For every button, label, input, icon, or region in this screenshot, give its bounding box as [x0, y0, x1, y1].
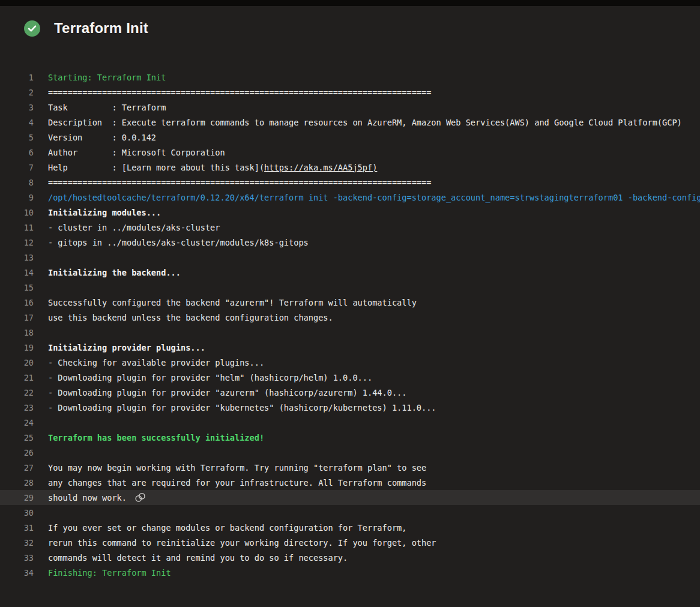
line-text: /opt/hostedtoolcache/terraform/0.12.20/x… — [48, 193, 700, 202]
log-line: 10Initializing modules... — [0, 205, 700, 220]
line-number[interactable]: 31 — [0, 523, 34, 533]
log-line: 22- Downloading plugin for provider "azu… — [0, 385, 700, 400]
line-text: Task : Terraform — [48, 103, 166, 112]
line-text-segment: use this backend unless the backend conf… — [48, 313, 333, 322]
log-line: 24 — [0, 415, 700, 430]
line-number[interactable]: 22 — [0, 388, 34, 397]
line-text: should now work. — [48, 493, 127, 503]
line-number[interactable]: 8 — [0, 178, 34, 187]
log-line: 34Finishing: Terraform Init — [0, 565, 700, 580]
log-line: 31If you ever set or change modules or b… — [0, 520, 700, 535]
line-number[interactable]: 12 — [0, 238, 34, 247]
line-text: - Downloading plugin for provider "helm"… — [48, 373, 372, 382]
line-text-segment: any changes that are required for your i… — [48, 478, 426, 488]
link-chain-icon[interactable] — [134, 492, 146, 503]
line-text: Version : 0.0.142 — [48, 133, 156, 142]
top-strip — [0, 0, 700, 6]
line-number[interactable]: 23 — [0, 403, 34, 412]
line-number[interactable]: 11 — [0, 223, 34, 232]
line-text-segment: Terraform has been successfully initiali… — [48, 433, 264, 442]
log-line: 6Author : Microsoft Corporation — [0, 145, 700, 160]
log-line: 29should now work. — [0, 490, 700, 505]
line-text-segment: Initializing provider plugins... — [48, 343, 205, 352]
line-number[interactable]: 6 — [0, 148, 34, 157]
line-text: ========================================… — [48, 178, 431, 187]
line-text-segment: commands will detect it and remind you t… — [48, 553, 348, 563]
line-number[interactable]: 14 — [0, 268, 34, 277]
line-text-segment: - gitops in ../modules/aks-cluster/modul… — [48, 238, 309, 247]
task-header: Terraform Init — [24, 20, 148, 37]
log-line: 20- Checking for available provider plug… — [0, 355, 700, 370]
line-number[interactable]: 3 — [0, 103, 34, 112]
task-title: Terraform Init — [54, 20, 148, 37]
line-number[interactable]: 32 — [0, 538, 34, 548]
line-text-segment: Starting: Terraform Init — [48, 73, 166, 82]
log-line: 15 — [0, 280, 700, 295]
log-line: 33commands will detect it and remind you… — [0, 550, 700, 565]
line-text: - gitops in ../modules/aks-cluster/modul… — [48, 238, 309, 247]
log-line: 18 — [0, 325, 700, 340]
log-line: 3Task : Terraform — [0, 100, 700, 115]
line-number[interactable]: 1 — [0, 73, 34, 82]
line-number[interactable]: 9 — [0, 193, 34, 202]
line-text-segment: - Checking for available provider plugin… — [48, 358, 264, 367]
line-number[interactable]: 7 — [0, 163, 34, 172]
line-text-segment: Description : Execute terraform commands… — [48, 118, 682, 127]
line-text-segment: - Downloading plugin for provider "helm"… — [48, 373, 372, 382]
line-text: You may now begin working with Terraform… — [48, 463, 426, 473]
line-text-segment: If you ever set or change modules or bac… — [48, 523, 406, 533]
line-text: rerun this command to reinitialize your … — [48, 538, 436, 548]
line-number[interactable]: 26 — [0, 448, 34, 458]
log-line: 25Terraform has been successfully initia… — [0, 430, 700, 445]
line-text-segment: Successfully configured the backend "azu… — [48, 298, 417, 307]
log-line: 4Description : Execute terraform command… — [0, 115, 700, 130]
line-text: Initializing the backend... — [48, 268, 181, 277]
log-line: 26 — [0, 445, 700, 460]
line-number[interactable]: 17 — [0, 313, 34, 322]
log-line: 28any changes that are required for your… — [0, 475, 700, 490]
line-text: Terraform has been successfully initiali… — [48, 433, 264, 442]
line-text-segment: /opt/hostedtoolcache/terraform/0.12.20/x… — [48, 193, 700, 202]
line-text-segment: - Downloading plugin for provider "kuber… — [48, 403, 436, 412]
line-text: Finishing: Terraform Init — [48, 568, 171, 578]
line-number[interactable]: 30 — [0, 508, 34, 518]
log-line: 27You may now begin working with Terrafo… — [0, 460, 700, 475]
line-number[interactable]: 13 — [0, 253, 34, 262]
log-line: 17use this backend unless the backend co… — [0, 310, 700, 325]
line-text: Description : Execute terraform commands… — [48, 118, 682, 127]
line-number[interactable]: 27 — [0, 463, 34, 473]
line-number[interactable]: 2 — [0, 88, 34, 97]
line-number[interactable]: 20 — [0, 358, 34, 367]
help-link[interactable]: https://aka.ms/AA5j5pf) — [264, 163, 377, 172]
line-number[interactable]: 25 — [0, 433, 34, 442]
line-number[interactable]: 4 — [0, 118, 34, 127]
log-line: 13 — [0, 250, 700, 265]
line-text-segment: You may now begin working with Terraform… — [48, 463, 426, 473]
line-text: Author : Microsoft Corporation — [48, 148, 225, 157]
line-number[interactable]: 5 — [0, 133, 34, 142]
line-number[interactable]: 28 — [0, 478, 34, 488]
line-number[interactable]: 33 — [0, 553, 34, 563]
log-line: 32rerun this command to reinitialize you… — [0, 535, 700, 550]
line-number[interactable]: 29 — [0, 493, 34, 503]
line-text-segment: - cluster in ../modules/aks-cluster — [48, 223, 220, 232]
line-number[interactable]: 15 — [0, 283, 34, 292]
line-number[interactable]: 21 — [0, 373, 34, 382]
line-text: Successfully configured the backend "azu… — [48, 298, 417, 307]
line-text-segment: Task : Terraform — [48, 103, 166, 112]
line-number[interactable]: 34 — [0, 568, 34, 578]
line-text: - cluster in ../modules/aks-cluster — [48, 223, 220, 232]
line-number[interactable]: 24 — [0, 418, 34, 427]
line-text: Initializing modules... — [48, 208, 161, 217]
line-text-segment: Initializing modules... — [48, 208, 161, 217]
log-line: 7Help : [Learn more about this task](htt… — [0, 160, 700, 175]
log-line: 19Initializing provider plugins... — [0, 340, 700, 355]
line-number[interactable]: 18 — [0, 328, 34, 337]
line-number[interactable]: 16 — [0, 298, 34, 307]
line-number[interactable]: 19 — [0, 343, 34, 352]
log-line: 5Version : 0.0.142 — [0, 130, 700, 145]
log-line: 21- Downloading plugin for provider "hel… — [0, 370, 700, 385]
log-line: 8=======================================… — [0, 175, 700, 190]
line-text: Help : [Learn more about this task](http… — [48, 163, 377, 172]
line-number[interactable]: 10 — [0, 208, 34, 217]
